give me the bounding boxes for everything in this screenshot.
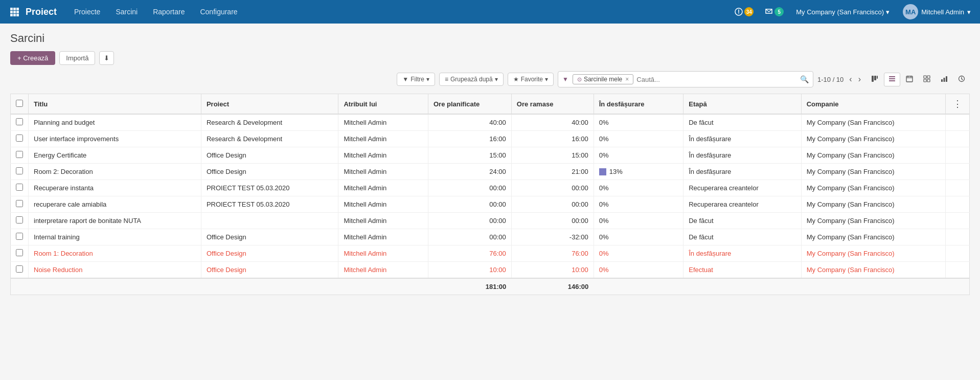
app-brand[interactable]: Proiect	[26, 7, 57, 17]
table-header-row: Titlu Proiect Atribuit lui Ore planifica…	[11, 94, 970, 115]
row-checkbox[interactable]	[16, 184, 23, 191]
company-selector[interactable]: My Company (San Francisco) ▾	[792, 6, 894, 18]
top-navigation: Proiect Proiecte Sarcini Raportare Confi…	[0, 0, 980, 24]
row-title[interactable]: Energy Certificate	[29, 147, 201, 164]
row-checkbox-cell	[11, 262, 29, 279]
row-title[interactable]: Room 2: Decoration	[29, 164, 201, 180]
col-assignee[interactable]: Atribuit lui	[338, 94, 428, 115]
pivot-view-button[interactable]	[919, 73, 935, 86]
row-title[interactable]: Noise Reduction	[29, 262, 201, 279]
row-project[interactable]: Office Design	[201, 164, 338, 180]
funnel-icon: ⊙	[577, 76, 582, 83]
calendar-view-button[interactable]	[901, 73, 918, 86]
row-progress: 0%	[594, 180, 683, 196]
row-checkbox[interactable]	[16, 265, 23, 273]
row-assignee: Mitchell Admin	[338, 229, 428, 245]
row-checkbox[interactable]	[16, 249, 23, 256]
row-checkbox[interactable]	[16, 167, 23, 174]
col-project[interactable]: Proiect	[201, 94, 338, 115]
col-planned[interactable]: Ore planificate	[428, 94, 512, 115]
row-remaining: 10:00	[511, 262, 594, 279]
filter-tag-close[interactable]: ×	[625, 76, 629, 83]
col-company[interactable]: Companie	[801, 94, 945, 115]
filter-button[interactable]: ▼ Filtre ▾	[397, 73, 435, 86]
row-project[interactable]: Research & Development	[201, 114, 338, 131]
row-title[interactable]: interpretare raport de bonitate NUTA	[29, 213, 201, 229]
next-page-button[interactable]: ›	[856, 74, 863, 85]
row-title[interactable]: User interface improvements	[29, 131, 201, 147]
row-project[interactable]: Office Design	[201, 147, 338, 164]
favorites-button[interactable]: ★ Favorite ▾	[508, 73, 554, 86]
import-button[interactable]: Importă	[59, 51, 95, 65]
messages-button[interactable]: 5	[762, 5, 787, 18]
row-project[interactable]	[201, 213, 338, 229]
row-company: My Company (San Francisco)	[801, 164, 945, 180]
row-remaining: -32:00	[511, 229, 594, 245]
row-title[interactable]: Planning and budget	[29, 114, 201, 131]
table-footer-row: 181:00 146:00	[11, 278, 970, 295]
row-project[interactable]: Office Design	[201, 245, 338, 262]
search-submit-button[interactable]: 🔍	[796, 75, 813, 83]
row-title[interactable]: Internal training	[29, 229, 201, 245]
row-options	[946, 213, 970, 229]
row-progress: 0%	[594, 262, 683, 279]
row-checkbox[interactable]	[16, 233, 23, 240]
row-remaining: 76:00	[511, 245, 594, 262]
group-by-button[interactable]: ≡ Grupează după ▾	[439, 73, 504, 86]
menu-item-configurare[interactable]: Configurare	[193, 5, 244, 19]
col-remaining[interactable]: Ore ramase	[511, 94, 594, 115]
row-title[interactable]: recuperare cale amiabila	[29, 196, 201, 213]
row-options	[946, 229, 970, 245]
clock-view-button[interactable]	[953, 73, 970, 86]
svg-rect-6	[10, 14, 13, 16]
user-menu[interactable]: MA Mitchell Admin ▾	[899, 2, 975, 21]
menu-item-proiecte[interactable]: Proiecte	[67, 5, 107, 19]
row-options	[946, 196, 970, 213]
footer-planned-total: 181:00	[428, 278, 512, 295]
row-project[interactable]: Office Design	[201, 262, 338, 279]
download-button[interactable]: ⬇	[99, 51, 114, 65]
col-title[interactable]: Titlu	[29, 94, 201, 115]
row-remaining: 15:00	[511, 147, 594, 164]
notifications-button[interactable]: 34	[732, 5, 757, 18]
create-button[interactable]: + Creează	[10, 51, 55, 65]
row-checkbox[interactable]	[16, 151, 23, 158]
prev-page-button[interactable]: ‹	[847, 74, 854, 85]
svg-rect-25	[944, 78, 945, 82]
row-title[interactable]: Room 1: Decoration	[29, 245, 201, 262]
column-options-button[interactable]: ⋮	[951, 98, 964, 109]
select-all-checkbox[interactable]	[16, 100, 23, 107]
messages-count: 5	[774, 7, 784, 16]
apps-menu-button[interactable]	[5, 3, 24, 21]
row-options	[946, 114, 970, 131]
row-checkbox[interactable]	[16, 200, 23, 207]
row-project[interactable]: PROIECT TEST 05.03.2020	[201, 196, 338, 213]
kanban-view-button[interactable]	[867, 73, 883, 86]
row-planned: 76:00	[428, 245, 512, 262]
favorites-dropdown-icon: ▾	[545, 76, 548, 83]
menu-item-raportare[interactable]: Raportare	[146, 5, 192, 19]
row-checkbox[interactable]	[16, 118, 23, 125]
row-checkbox[interactable]	[16, 135, 23, 142]
row-project[interactable]: Office Design	[201, 229, 338, 245]
menu-item-sarcini[interactable]: Sarcini	[108, 5, 145, 19]
col-stage[interactable]: Etapă	[683, 94, 801, 115]
search-filter-icon: ▼	[558, 76, 573, 83]
row-checkbox[interactable]	[16, 216, 23, 223]
list-view-button[interactable]	[884, 73, 900, 86]
search-input[interactable]	[633, 76, 796, 83]
row-progress: 0%	[594, 147, 683, 164]
row-project[interactable]: Research & Development	[201, 131, 338, 147]
col-progress[interactable]: În desfășurare	[594, 94, 683, 115]
row-project[interactable]: PROIECT TEST 05.03.2020	[201, 180, 338, 196]
svg-rect-8	[16, 14, 19, 16]
progress-pct: 0%	[599, 119, 609, 126]
row-planned: 00:00	[428, 180, 512, 196]
graph-view-button[interactable]	[936, 73, 952, 86]
filter-tag-text: Sarcinile mele	[584, 76, 622, 83]
svg-rect-11	[874, 76, 876, 80]
row-title[interactable]: Recuperare instanta	[29, 180, 201, 196]
table-row: Room 1: DecorationOffice DesignMitchell …	[11, 245, 970, 262]
row-planned: 10:00	[428, 262, 512, 279]
svg-line-29	[962, 79, 963, 80]
